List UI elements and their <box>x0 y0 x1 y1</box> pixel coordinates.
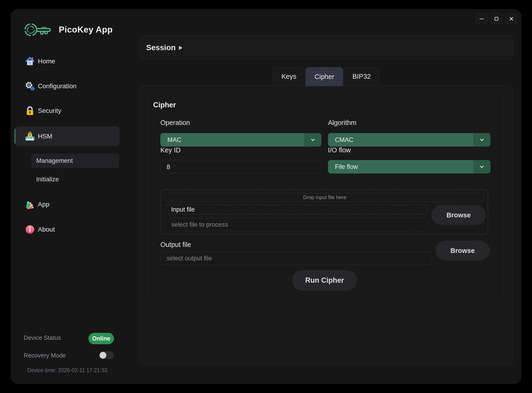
algorithm-select[interactable]: CMAC <box>328 133 490 147</box>
lock-password-icon: **** <box>25 131 35 142</box>
svg-text:****: **** <box>25 135 35 141</box>
sidebar-item-label: Home <box>38 58 55 65</box>
sidebar-item-label: Security <box>38 107 61 114</box>
device-status-label: Device Status <box>24 334 61 341</box>
sidebar-item-label: Management <box>36 157 73 164</box>
window-controls <box>476 13 517 24</box>
input-file-field[interactable] <box>165 218 428 231</box>
tab-cipher[interactable]: Cipher <box>306 67 343 86</box>
input-file-label: Input file <box>165 205 428 214</box>
select-cap <box>473 160 490 173</box>
browse-output-button[interactable]: Browse <box>435 241 490 260</box>
minimize-icon <box>479 16 485 22</box>
io-flow-value: File flow <box>335 163 358 171</box>
drop-hint: Drop input file here <box>165 193 484 202</box>
run-cipher-button[interactable]: Run Cipher <box>292 270 357 290</box>
sidebar-item-label: Configuration <box>38 83 77 90</box>
select-cap <box>304 133 321 147</box>
session-title: Session <box>146 43 176 52</box>
home-icon <box>25 56 35 66</box>
algorithm-value: CMAC <box>335 136 353 143</box>
brand: PicoKey App <box>24 21 113 39</box>
browse-input-button[interactable]: Browse <box>431 205 486 225</box>
select-cap <box>473 133 490 147</box>
app-title: PicoKey App <box>59 25 113 34</box>
tab-bar: Keys Cipher BIP32 <box>139 67 513 85</box>
sidebar-item-security[interactable]: Security <box>15 102 120 120</box>
cipher-panel: Cipher Operation Algorithm MAC CMAC Key … <box>147 94 504 304</box>
caret-right-icon <box>179 46 182 50</box>
tab-bip32[interactable]: BIP32 <box>343 67 379 85</box>
key-id-label: Key ID <box>160 146 181 154</box>
output-file-label: Output file <box>160 241 191 249</box>
session-header[interactable]: Session <box>139 35 513 59</box>
device-time: Device time: 2026-02-11 17:21:33 <box>27 367 107 373</box>
panel-title: Cipher <box>153 101 176 109</box>
info-icon <box>25 224 35 235</box>
tab-label: Cipher <box>314 73 334 81</box>
chevron-down-icon <box>479 137 485 143</box>
sidebar-item-label: HSM <box>38 133 52 140</box>
operation-label: Operation <box>160 119 190 127</box>
maximize-button[interactable] <box>491 13 502 24</box>
recovery-mode-toggle[interactable] <box>99 351 114 359</box>
sidebar-item-app[interactable]: App <box>15 196 120 213</box>
sidebar-item-label: App <box>38 201 49 208</box>
maximize-icon <box>493 16 499 22</box>
sidebar-item-label: About <box>38 226 55 233</box>
sidebar-item-management[interactable]: Management <box>31 153 119 168</box>
sidebar-item-label: Initialize <box>36 176 59 183</box>
color-fan-icon <box>25 199 35 210</box>
recovery-mode-label: Recovery Mode <box>24 352 66 359</box>
sidebar-item-home[interactable]: Home <box>15 53 120 70</box>
sidebar-item-configuration[interactable]: Configuration <box>15 77 120 95</box>
sidebar-item-hsm[interactable]: **** HSM <box>15 126 120 146</box>
tab-label: Keys <box>281 73 296 80</box>
sidebar-item-about[interactable]: About <box>15 221 120 238</box>
output-file-field[interactable] <box>160 252 431 265</box>
tab-keys[interactable]: Keys <box>273 67 305 85</box>
close-icon <box>508 16 514 22</box>
sidebar-item-initialize[interactable]: Initialize <box>31 172 119 187</box>
io-flow-label: I/O flow <box>328 146 351 154</box>
toggle-knob <box>100 352 106 359</box>
lock-icon <box>25 106 35 116</box>
tab-content-pane: Cipher Operation Algorithm MAC CMAC Key … <box>139 85 513 365</box>
app-window: PicoKey App Home Configuration <box>11 9 521 384</box>
operation-select[interactable]: MAC <box>160 133 321 147</box>
minimize-button[interactable] <box>476 13 487 24</box>
file-dropzone[interactable]: Drop input file here Input file Browse <box>160 189 488 234</box>
close-button[interactable] <box>506 13 517 24</box>
algorithm-label: Algorithm <box>328 119 357 127</box>
key-id-input[interactable] <box>160 161 321 173</box>
tab-label: BIP32 <box>352 73 371 80</box>
io-flow-select[interactable]: File flow <box>328 160 490 173</box>
chevron-down-icon <box>310 137 316 143</box>
operation-value: MAC <box>167 136 181 143</box>
chevron-down-icon <box>479 163 485 170</box>
key-logo-icon <box>24 21 52 39</box>
gears-icon <box>25 81 35 91</box>
device-status-badge: Online <box>88 333 114 344</box>
